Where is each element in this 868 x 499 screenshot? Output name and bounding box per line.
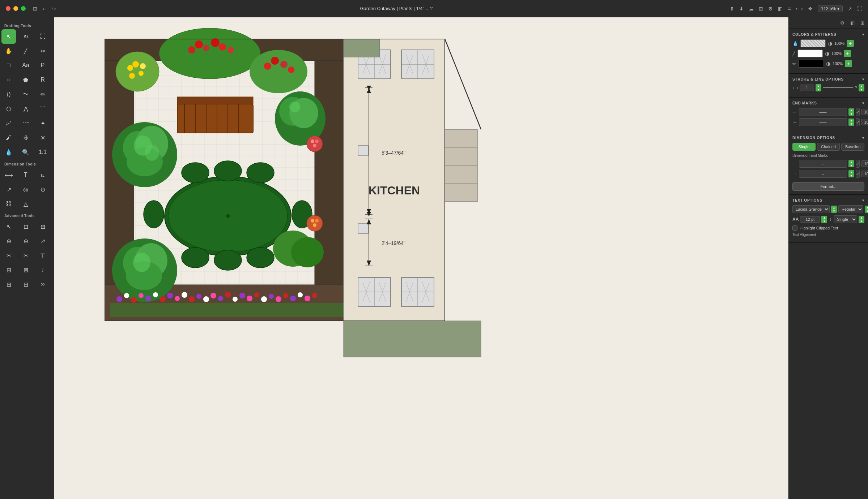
- dim-end-2-stepper[interactable]: ▲ ▼: [848, 170, 854, 177]
- adv-select-tool[interactable]: ↖: [1, 219, 16, 234]
- grid-icon[interactable]: ⊞: [860, 20, 864, 26]
- stroke-type-up[interactable]: ▲: [859, 84, 864, 88]
- share-icon[interactable]: ⬆: [730, 6, 734, 12]
- line-spacing-down[interactable]: ▼: [859, 219, 864, 223]
- dim-slope-tool[interactable]: △: [18, 197, 33, 211]
- adv-align-tool[interactable]: ⊟: [1, 263, 16, 277]
- pen-opacity-icon[interactable]: ◑: [826, 61, 830, 66]
- fill-add-button[interactable]: +: [847, 40, 854, 47]
- cloud-icon[interactable]: ☁: [749, 6, 754, 12]
- dim-end-2-input[interactable]: [799, 170, 847, 178]
- undo-icon[interactable]: ↩: [42, 6, 47, 12]
- tools-icon[interactable]: ⚙: [768, 6, 773, 12]
- end-marks-chevron[interactable]: ▾: [862, 101, 864, 105]
- end-mark-1-pct[interactable]: [861, 109, 868, 115]
- font-size-down[interactable]: ▼: [821, 219, 827, 223]
- cross-tool[interactable]: ✕: [35, 130, 50, 145]
- shape-tool[interactable]: ⬟: [18, 73, 33, 87]
- stroke-width-down[interactable]: ▼: [816, 88, 821, 91]
- text-tool[interactable]: Aa: [18, 58, 33, 73]
- arrange-icon[interactable]: ❖: [808, 6, 813, 12]
- adv-intersect-tool[interactable]: ↗: [35, 234, 50, 248]
- dim-end-1-stepper[interactable]: ▲ ▼: [848, 160, 854, 167]
- font-size-input[interactable]: [800, 216, 820, 223]
- download-icon[interactable]: ⬇: [739, 6, 744, 12]
- circle-tool[interactable]: ○: [1, 73, 16, 87]
- dim-end-1-up[interactable]: ▲: [848, 160, 854, 164]
- line-spacing-select[interactable]: Single: [834, 215, 857, 223]
- dim-end-1-input[interactable]: [799, 160, 847, 168]
- end-mark-2-expand[interactable]: ⤢: [856, 118, 860, 126]
- export-icon[interactable]: ↗: [848, 6, 852, 12]
- baseline-dim-button[interactable]: Baseline: [841, 143, 864, 151]
- single-dim-button[interactable]: Single: [792, 143, 816, 151]
- brush-tool[interactable]: 🖌: [1, 130, 16, 145]
- font-family-select[interactable]: Lucida Grande: [792, 205, 830, 213]
- dim-end-1-expand[interactable]: ⤢: [856, 160, 860, 168]
- adv-scissors-tool[interactable]: ✂: [1, 248, 16, 263]
- font-style-stepper[interactable]: ▲ ▼: [865, 206, 868, 213]
- zigzag-tool[interactable]: ⟨⟩: [1, 87, 16, 102]
- end-mark-1-up[interactable]: ▲: [848, 108, 854, 112]
- zoom-tool[interactable]: 🔍: [18, 145, 33, 159]
- line-tool[interactable]: ╱: [18, 44, 33, 58]
- font-style-select[interactable]: Regular: [838, 205, 863, 213]
- fill-opacity-icon[interactable]: ◑: [828, 40, 832, 46]
- line-spacing-up[interactable]: ▲: [859, 216, 864, 219]
- dim-horiz-tool[interactable]: ⟷: [1, 168, 16, 182]
- text-options-chevron[interactable]: ▾: [862, 198, 864, 202]
- hand-tool[interactable]: ✋: [1, 44, 16, 58]
- adv-mirror-tool[interactable]: ⊞: [1, 277, 16, 292]
- freehand-tool[interactable]: 〰: [18, 116, 33, 130]
- crop-tool[interactable]: ⛶: [35, 29, 50, 44]
- dim-radius-tool[interactable]: ◎: [18, 182, 33, 197]
- rotate-tool[interactable]: ↻: [18, 29, 33, 44]
- adv-combine-tool[interactable]: ⊕: [1, 234, 16, 248]
- dim-end-2-up[interactable]: ▲: [848, 170, 854, 174]
- dimension-options-chevron[interactable]: ▾: [862, 136, 864, 140]
- adv-offset-tool[interactable]: ⊟: [18, 277, 33, 292]
- dim-end-2-down[interactable]: ▼: [848, 174, 854, 177]
- pencil-tool[interactable]: ✏: [35, 87, 50, 102]
- stroke-type-stepper[interactable]: ▲ ▼: [859, 84, 864, 91]
- stamp-tool[interactable]: P: [35, 58, 50, 73]
- grid-icon[interactable]: ⊞: [759, 6, 763, 12]
- select-tool[interactable]: ↖: [1, 29, 16, 44]
- stroke-width-stepper[interactable]: ▲ ▼: [816, 84, 821, 91]
- star-tool[interactable]: ✦: [35, 116, 50, 130]
- dim-end-1-down[interactable]: ▼: [848, 164, 854, 167]
- main-canvas[interactable]: KITCHEN: [54, 17, 788, 499]
- dim-angle-tool[interactable]: ⊾: [35, 168, 50, 182]
- sidebar-toggle-icon[interactable]: ⊞: [33, 6, 37, 12]
- dim-arc-tool[interactable]: ⊙: [35, 182, 50, 197]
- dim-chain-tool[interactable]: ⛓: [1, 197, 16, 211]
- adv-cut-tool[interactable]: ✂: [18, 248, 33, 263]
- adv-scale-tool[interactable]: ↕: [35, 263, 50, 277]
- adv-subtract-tool[interactable]: ⊖: [18, 234, 33, 248]
- stroke-swatch[interactable]: [797, 50, 823, 57]
- font-style-down[interactable]: ▼: [865, 209, 868, 213]
- end-mark-1-stepper[interactable]: ▲ ▼: [848, 108, 854, 116]
- dim-end-2-pct[interactable]: [861, 171, 868, 177]
- colors-patterns-chevron[interactable]: ▾: [862, 33, 864, 36]
- arc-tool[interactable]: R: [35, 73, 50, 87]
- dim-end-1-pct[interactable]: [861, 160, 868, 167]
- rect-tool[interactable]: □: [1, 58, 16, 73]
- stroke-width-input[interactable]: [800, 85, 814, 91]
- adv-frame-tool[interactable]: ⊡: [18, 219, 33, 234]
- font-style-up[interactable]: ▲: [865, 206, 868, 209]
- end-mark-2-stepper[interactable]: ▲ ▼: [848, 119, 854, 126]
- layers-icon[interactable]: ◧: [778, 6, 783, 12]
- font-stepper[interactable]: ▲ ▼: [831, 206, 837, 213]
- end-mark-2-pct[interactable]: [861, 119, 868, 125]
- dim-text-tool[interactable]: T: [18, 168, 33, 182]
- fill-swatch[interactable]: [800, 39, 826, 47]
- font-size-up[interactable]: ▲: [821, 216, 827, 219]
- adv-crop-tool[interactable]: ⊞: [35, 219, 50, 234]
- end-mark-2-down[interactable]: ▼: [848, 122, 854, 126]
- stroke-line-chevron[interactable]: ▾: [862, 77, 864, 81]
- wave-tool[interactable]: 〜: [18, 87, 33, 102]
- adv-chain-tool[interactable]: ∞: [35, 277, 50, 292]
- minimize-button[interactable]: [13, 6, 18, 11]
- maximize-button[interactable]: [21, 6, 26, 11]
